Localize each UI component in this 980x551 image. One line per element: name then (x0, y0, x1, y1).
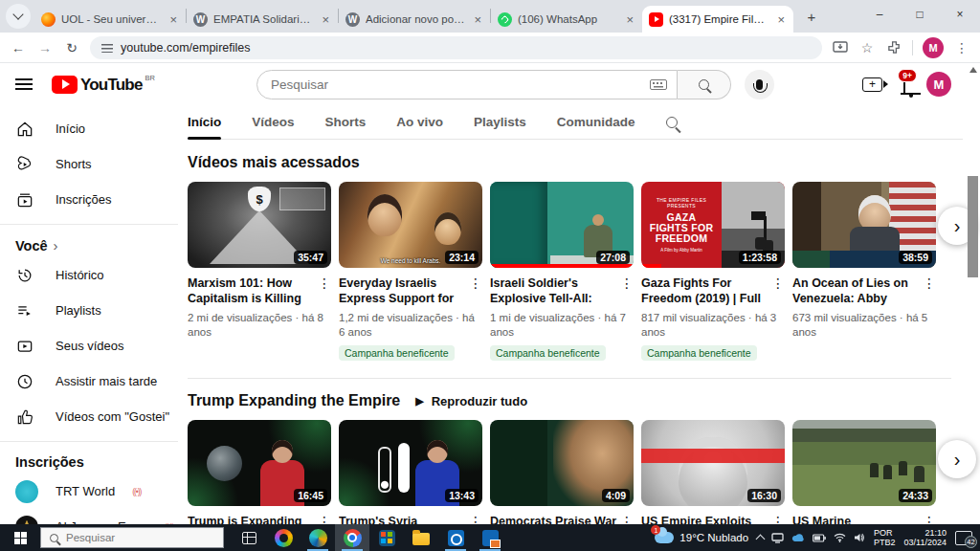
taskbar-search-box[interactable] (40, 527, 224, 548)
browser-tab-youtube-active[interactable]: (3317) Empire Files - YouTub... × (642, 6, 793, 33)
tab-search-button[interactable] (6, 4, 31, 29)
outlook-button[interactable] (438, 524, 473, 551)
tab-close-icon[interactable]: × (167, 12, 179, 27)
taskbar-search-input[interactable] (66, 532, 190, 543)
video-title[interactable]: Marxism 101: How Capitalism is Killing I… (188, 276, 316, 306)
wifi-icon[interactable] (834, 533, 846, 542)
browser-tab-wordpress-1[interactable]: W EMPATIA Solidariedade COR... × (187, 6, 338, 33)
video-thumbnail[interactable]: $ 35:47 (188, 182, 331, 268)
youtube-profile-avatar[interactable]: M (926, 72, 951, 97)
outlook-classic-button[interactable] (473, 524, 507, 551)
notifications-button[interactable]: 9+ (903, 76, 905, 93)
url-text[interactable]: youtube.com/empirefiles (121, 41, 250, 55)
scrollbar-up-arrow[interactable] (969, 67, 977, 73)
section-divider (188, 378, 951, 379)
hamburger-menu-icon[interactable] (15, 78, 33, 90)
notification-center-button[interactable]: 42 (955, 531, 972, 545)
forward-button[interactable]: → (36, 40, 54, 55)
video-title[interactable]: An Ocean of Lies on Venezuela: Abby Mart… (792, 276, 921, 306)
create-video-icon[interactable]: + (862, 77, 882, 92)
video-thumbnail[interactable]: 38:59 (792, 182, 936, 268)
page-scrollbar[interactable] (967, 63, 980, 524)
video-thumbnail[interactable]: 16:30 (641, 420, 785, 506)
video-thumbnail[interactable]: 13:43 (339, 420, 482, 506)
battery-icon[interactable] (813, 534, 826, 542)
tab-close-icon[interactable]: × (472, 12, 483, 27)
video-menu-icon[interactable]: ⋮ (923, 276, 936, 306)
browser-tab-whatsapp[interactable]: (106) WhatsApp × (491, 6, 642, 33)
video-meta: 817 mil visualizações · há 3 anos (641, 311, 785, 340)
video-thumbnail[interactable]: We need to kill Arabs. 23:14 (339, 182, 482, 268)
window-close-button[interactable]: × (940, 0, 980, 29)
video-thumbnail[interactable]: THE EMPIRE FILES PRESENTS GAZA FIGHTS FO… (641, 182, 785, 268)
tab-close-icon[interactable]: × (775, 12, 787, 27)
browser-menu-icon[interactable]: ⋮ (953, 40, 970, 55)
sidebar-item-assistir-mais-tarde[interactable]: Assistir mais tarde (0, 364, 178, 399)
new-tab-button[interactable]: + (799, 4, 824, 29)
tray-expand-icon[interactable] (756, 535, 766, 544)
voice-search-button[interactable] (745, 70, 774, 99)
tab-comunidade[interactable]: Comunidade (557, 105, 635, 139)
sidebar-you-header[interactable]: Você › (0, 231, 178, 257)
sidebar-item-videos-gostei[interactable]: Vídeos com "Gostei" (0, 399, 178, 434)
video-thumbnail[interactable]: 16:45 (188, 420, 331, 506)
browser-profile-avatar[interactable]: M (923, 37, 944, 58)
chrome-button[interactable] (335, 524, 369, 551)
start-button[interactable] (0, 524, 40, 551)
tab-close-icon[interactable]: × (320, 12, 331, 27)
install-app-icon[interactable] (832, 40, 849, 55)
window-minimize-button[interactable]: – (859, 0, 900, 29)
task-view-button[interactable] (232, 524, 266, 551)
sidebar-item-inscricoes[interactable]: Inscrições (0, 182, 178, 217)
youtube-logo[interactable]: YouTube BR (52, 76, 155, 94)
search-button[interactable] (678, 70, 731, 99)
site-settings-icon[interactable] (101, 43, 113, 53)
video-menu-icon[interactable]: ⋮ (469, 276, 482, 306)
browser-tab-uol[interactable]: UOL - Seu universo online × (34, 6, 186, 33)
sidebar-item-historico[interactable]: Histórico (0, 257, 178, 293)
onedrive-icon[interactable] (791, 533, 805, 542)
language-indicator[interactable]: POR PTB2 (874, 528, 896, 547)
sidebar-item-seus-videos[interactable]: Seus vídeos (0, 328, 178, 364)
reload-button[interactable]: ↻ (63, 40, 80, 55)
scrollbar-thumb[interactable] (968, 176, 978, 277)
address-bar[interactable]: youtube.com/empirefiles (90, 36, 822, 59)
video-thumbnail[interactable]: 27:08 (490, 182, 634, 268)
youtube-search-bar[interactable] (256, 70, 678, 99)
tab-ao-vivo[interactable]: Ao vivo (396, 105, 443, 139)
tab-playlists[interactable]: Playlists (474, 105, 526, 139)
video-menu-icon[interactable]: ⋮ (620, 276, 634, 306)
video-title[interactable]: Israeli Soldier's Explosive Tell-All: "P… (490, 276, 618, 306)
browser-tab-wordpress-2[interactable]: W Adicionar novo post ‹ Encru... × (339, 6, 490, 33)
tab-inicio[interactable]: Início (188, 105, 221, 139)
speaker-icon[interactable] (854, 533, 865, 542)
keyboard-icon[interactable] (650, 79, 667, 90)
play-all-button[interactable]: ▶ Reproduzir tudo (415, 394, 527, 408)
edge-button[interactable] (301, 524, 335, 551)
video-thumbnail[interactable]: 24:33 (792, 420, 936, 506)
copilot-button[interactable] (266, 524, 301, 551)
video-title[interactable]: Gaza Fights For Freedom (2019) | Full Do… (641, 276, 769, 306)
channel-search-icon[interactable] (666, 117, 678, 128)
device-icon[interactable] (771, 533, 784, 543)
tab-shorts[interactable]: Shorts (325, 105, 367, 139)
video-thumbnail[interactable]: 4:09 (490, 420, 634, 506)
video-title[interactable]: Everyday Israelis Express Support for Ge… (339, 276, 467, 306)
sidebar-item-inicio[interactable]: Início (0, 111, 178, 146)
sidebar-subscription-trt-world[interactable]: TRT World ((•)) (0, 474, 178, 509)
sidebar-item-playlists[interactable]: Playlists (0, 293, 178, 328)
microsoft-store-button[interactable] (369, 524, 404, 551)
extensions-icon[interactable] (885, 40, 902, 55)
window-maximize-button[interactable]: □ (900, 0, 940, 29)
video-menu-icon[interactable]: ⋮ (318, 276, 331, 306)
sidebar-item-shorts[interactable]: Shorts (0, 146, 178, 182)
video-menu-icon[interactable]: ⋮ (771, 276, 785, 306)
tab-videos[interactable]: Vídeos (252, 105, 294, 139)
file-explorer-button[interactable] (404, 524, 438, 551)
back-button[interactable]: ← (10, 40, 27, 55)
clock-widget[interactable]: 21:10 03/11/2024 (904, 528, 947, 547)
search-input[interactable] (271, 77, 642, 92)
tab-close-icon[interactable]: × (624, 12, 635, 27)
bookmark-star-icon[interactable]: ☆ (858, 40, 876, 55)
weather-widget[interactable]: 1 19°C Nublado (655, 532, 748, 543)
